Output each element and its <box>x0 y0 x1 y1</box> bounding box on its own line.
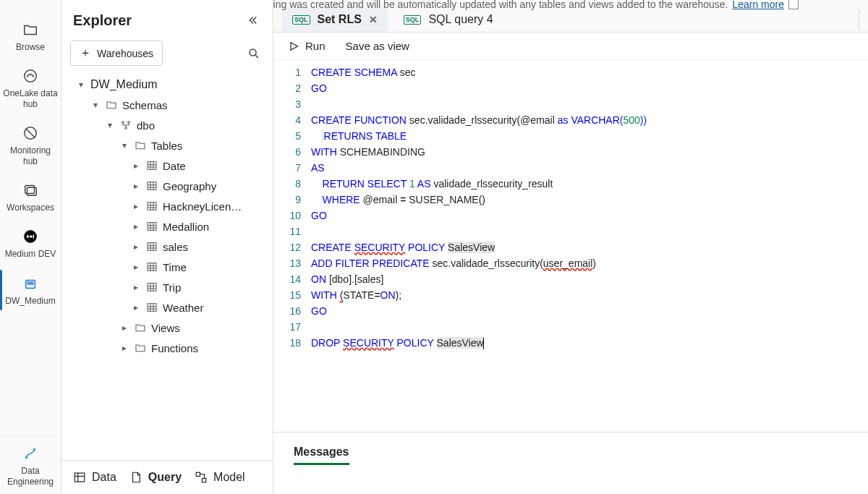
table-icon <box>145 220 158 233</box>
svg-rect-59 <box>75 473 85 482</box>
rail-label: Monitoring hub <box>3 145 58 166</box>
tree-table-trip[interactable]: Trip <box>66 277 267 297</box>
svg-point-14 <box>250 49 256 56</box>
add-warehouse-button[interactable]: ＋ Warehouses <box>70 41 163 66</box>
svg-point-17 <box>128 122 130 124</box>
node-label: DW_Medium <box>90 78 157 91</box>
explorer-footer-tabs: Data Query Model <box>61 460 273 494</box>
svg-rect-19 <box>148 162 156 170</box>
run-button[interactable]: Run <box>288 40 326 52</box>
node-label: HackneyLicen… <box>163 200 242 213</box>
plus-icon: ＋ <box>80 46 91 61</box>
svg-rect-54 <box>148 304 156 312</box>
node-label: dbo <box>137 119 155 132</box>
medium-icon <box>21 227 40 246</box>
node-label: Medallion <box>163 221 209 233</box>
sql-badge-icon: SQL <box>404 15 422 25</box>
svg-point-0 <box>25 70 37 82</box>
rail-label: Browse <box>16 42 45 52</box>
warehouse-icon <box>21 274 40 293</box>
tree-table-sales[interactable]: sales <box>66 237 267 257</box>
svg-rect-44 <box>148 263 156 271</box>
schema-icon <box>119 119 132 132</box>
banner-learn-more-link[interactable]: Learn more <box>732 0 784 10</box>
data-engineering-icon <box>21 444 40 463</box>
tree-table-date[interactable]: Date <box>66 156 267 176</box>
tree-node-schemas[interactable]: Schemas <box>66 95 267 115</box>
rail-data-engineering[interactable]: Data Engineering <box>0 436 61 494</box>
svg-rect-34 <box>148 223 156 231</box>
folder-icon <box>134 139 147 152</box>
sql-editor[interactable]: 123456789101112131415161718 CREATE SCHEM… <box>273 60 868 432</box>
footer-tab-data[interactable]: Data <box>73 471 116 484</box>
external-link-icon <box>788 0 799 9</box>
node-label: sales <box>163 241 188 253</box>
rail-onelake[interactable]: OneLake data hub <box>0 59 61 116</box>
messages-tab[interactable]: Messages <box>294 446 349 465</box>
svg-rect-39 <box>148 243 156 251</box>
collapse-explorer-button[interactable] <box>244 12 261 29</box>
table-icon <box>145 240 158 253</box>
svg-rect-62 <box>196 472 200 476</box>
warehouses-label: Warehouses <box>97 48 153 59</box>
node-label: Geography <box>163 180 216 192</box>
tab-label: Set RLS <box>318 13 362 26</box>
svg-point-13 <box>33 448 36 451</box>
object-tree: DW_Medium Schemas dbo Tables Date Geogra… <box>61 74 273 460</box>
tree-table-medallion[interactable]: Medallion <box>66 216 267 237</box>
save-as-view-button[interactable]: Save as view <box>346 40 409 52</box>
rail-dw-medium[interactable]: DW_Medium <box>0 267 61 313</box>
line-gutter: 123456789101112131415161718 <box>273 60 311 432</box>
main-area: SQL Set RLS ✕ SQL SQL query 4 Run Save a… <box>273 0 868 494</box>
tree-table-time[interactable]: Time <box>66 257 267 277</box>
rail-monitoring[interactable]: Monitoring hub <box>0 116 61 174</box>
svg-rect-24 <box>148 182 156 190</box>
tree-table-weather[interactable]: Weather <box>66 297 267 318</box>
svg-rect-63 <box>203 479 206 482</box>
table-icon <box>145 200 158 213</box>
messages-panel: Messages <box>273 432 868 494</box>
node-label: Time <box>163 261 187 273</box>
footer-tab-query[interactable]: Query <box>129 471 182 484</box>
svg-rect-8 <box>33 235 34 239</box>
svg-point-7 <box>30 236 33 239</box>
sql-badge-icon: SQL <box>292 15 310 25</box>
tree-node-functions[interactable]: Functions <box>66 338 267 358</box>
svg-line-2 <box>26 129 35 138</box>
tree-node-views[interactable]: Views <box>66 318 267 338</box>
svg-point-6 <box>27 236 30 239</box>
svg-point-18 <box>125 127 127 129</box>
rail-workspaces[interactable]: Workspaces <box>0 174 61 220</box>
tree-table-hackney[interactable]: HackneyLicen… <box>66 196 267 216</box>
onelake-icon <box>21 67 40 85</box>
folder-icon <box>105 98 118 111</box>
close-icon[interactable]: ✕ <box>369 14 378 25</box>
rail-label: DW_Medium <box>5 296 55 306</box>
text-cursor <box>483 338 484 349</box>
folder-icon <box>134 321 147 334</box>
rail-medium-dev[interactable]: Medium DEV <box>0 220 61 266</box>
tree-node-schema-dbo[interactable]: dbo <box>66 115 267 135</box>
svg-point-12 <box>25 456 28 459</box>
action-bar: Run Save as view <box>273 33 868 60</box>
code-area[interactable]: CREATE SCHEMA sec GO CREATE FUNCTION sec… <box>311 60 647 432</box>
svg-rect-29 <box>148 203 156 210</box>
tree-node-warehouse[interactable]: DW_Medium <box>66 74 267 95</box>
explorer-title: Explorer <box>73 12 132 29</box>
nav-rail: Browse OneLake data hub Monitoring hub W… <box>0 0 61 494</box>
monitor-icon <box>21 124 40 142</box>
table-icon <box>145 281 158 294</box>
node-label: Functions <box>151 342 198 354</box>
svg-line-15 <box>255 55 258 58</box>
rail-browse[interactable]: Browse <box>0 13 61 59</box>
footer-tab-model[interactable]: Model <box>195 471 245 484</box>
search-button[interactable] <box>244 43 264 64</box>
tab-label: SQL query 4 <box>428 13 493 26</box>
tree-table-geography[interactable]: Geography <box>66 176 267 196</box>
node-label: Views <box>151 322 180 334</box>
table-icon <box>145 260 158 273</box>
node-label: Trip <box>163 281 181 294</box>
rail-label: OneLake data hub <box>3 88 58 109</box>
svg-rect-9 <box>26 280 35 288</box>
tree-node-tables[interactable]: Tables <box>66 135 267 156</box>
